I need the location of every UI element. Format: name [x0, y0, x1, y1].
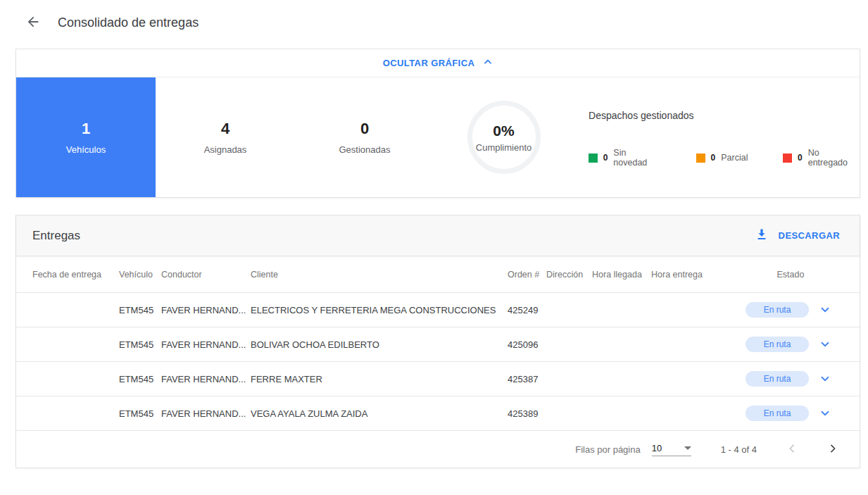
- legend-title: Despachos gestionados: [589, 110, 860, 121]
- cell-cliente: BOLIVAR OCHOA EDILBERTO: [251, 339, 508, 350]
- deliveries-panel: Entregas DESCARGAR Fecha de entregaVehíc…: [15, 215, 860, 468]
- expand-row-button[interactable]: [819, 372, 831, 385]
- column-header: Dirección: [546, 270, 592, 280]
- cell-vehiculo: ETM545: [119, 408, 161, 419]
- stats-row: 1 Vehículos 4 Asignadas 0 Gestionadas 0%…: [16, 77, 860, 197]
- rows-per-page-value: 10: [652, 443, 662, 453]
- cell-vehiculo: ETM545: [119, 374, 161, 384]
- legend-label: No entregado: [808, 148, 860, 168]
- dispatch-legend: Despachos gestionados 0 Sin novedad 0 Pa…: [573, 77, 860, 197]
- stat-label: Vehículos: [66, 144, 106, 155]
- stat-cards: 1 Vehículos 4 Asignadas 0 Gestionadas: [16, 77, 434, 197]
- stat-value: 4: [221, 120, 229, 138]
- expand-row-button[interactable]: [819, 303, 831, 316]
- stat-label: Asignadas: [204, 144, 247, 155]
- column-header: Conductor: [161, 270, 251, 280]
- stat-label: Gestionadas: [339, 144, 391, 155]
- download-label: DESCARGAR: [779, 230, 840, 241]
- cell-orden: 425096: [508, 339, 546, 350]
- column-header: Fecha de entrega: [16, 270, 119, 280]
- table-row: ETM545 FAVER HERNAND... ELECTRICOS Y FER…: [16, 293, 860, 327]
- legend-label: Parcial: [721, 153, 748, 163]
- stat-card[interactable]: 1 Vehículos: [16, 77, 156, 197]
- page-header: Consolidado de entregas: [0, 0, 868, 32]
- status-badge: En ruta: [746, 371, 809, 387]
- legend-item: 0 Sin novedad: [589, 148, 660, 168]
- download-button[interactable]: DESCARGAR: [755, 227, 840, 244]
- hide-chart-label: OCULTAR GRÁFICA: [383, 58, 474, 68]
- deliveries-header-bar: Entregas DESCARGAR: [16, 215, 860, 256]
- cell-conductor: FAVER HERNAND...: [161, 408, 251, 419]
- page-title: Consolidado de entregas: [58, 15, 199, 30]
- cell-cliente: VEGA AYALA ZULMA ZAIDA: [251, 408, 508, 419]
- status-badge: En ruta: [746, 406, 809, 421]
- chevron-left-icon: [786, 443, 798, 456]
- status-badge: En ruta: [746, 337, 809, 352]
- column-header: Hora llegada: [592, 270, 651, 280]
- stat-card[interactable]: 0 Gestionadas: [295, 77, 434, 197]
- stat-value: 1: [82, 120, 90, 138]
- cell-conductor: FAVER HERNAND...: [161, 374, 251, 384]
- legend-item: 0 No entregado: [783, 148, 860, 168]
- deliveries-title: Entregas: [32, 229, 80, 243]
- page-range-label: 1 - 4 of 4: [721, 444, 757, 455]
- column-header: Estado: [722, 270, 860, 280]
- legend-count: 0: [798, 153, 803, 163]
- column-header: Hora entrega: [651, 270, 722, 280]
- legend-swatch-icon: [783, 153, 792, 163]
- compliance-gauge-wrap: 0% Cumplimiento: [434, 77, 573, 197]
- column-header: Vehículo: [119, 270, 161, 280]
- back-button[interactable]: [25, 14, 41, 32]
- dropdown-caret-icon: [684, 446, 691, 450]
- chevron-up-icon: [483, 57, 493, 70]
- cell-conductor: FAVER HERNAND...: [161, 339, 251, 350]
- rows-per-page-label: Filas por página: [575, 444, 641, 455]
- column-header: Cliente: [251, 270, 508, 280]
- cell-vehiculo: ETM545: [119, 339, 161, 350]
- legend-count: 0: [711, 153, 716, 163]
- legend-label: Sin novedad: [613, 148, 660, 168]
- status-badge: En ruta: [746, 302, 809, 318]
- expand-row-button[interactable]: [819, 407, 831, 420]
- column-header: Orden #: [508, 270, 546, 280]
- compliance-label: Cumplimiento: [476, 142, 532, 153]
- legend-swatch-icon: [589, 153, 598, 163]
- compliance-value: 0%: [493, 123, 514, 139]
- expand-row-button[interactable]: [819, 338, 831, 351]
- rows-per-page-select[interactable]: 10: [652, 443, 691, 456]
- legend-count: 0: [603, 153, 608, 163]
- table-row: ETM545 FAVER HERNAND... BOLIVAR OCHOA ED…: [16, 327, 860, 362]
- stat-card[interactable]: 4 Asignadas: [156, 77, 295, 197]
- table-body: ETM545 FAVER HERNAND... ELECTRICOS Y FER…: [16, 293, 860, 431]
- cell-orden: 425249: [508, 305, 546, 315]
- legend-swatch-icon: [696, 153, 705, 163]
- cell-vehiculo: ETM545: [119, 305, 161, 315]
- legend-item: 0 Parcial: [696, 148, 748, 168]
- cell-conductor: FAVER HERNAND...: [161, 305, 251, 315]
- download-icon: [755, 227, 769, 244]
- previous-page-button[interactable]: [786, 443, 798, 456]
- cell-orden: 425387: [508, 374, 546, 384]
- cell-cliente: FERRE MAXTER: [251, 374, 508, 384]
- legend-items: 0 Sin novedad 0 Parcial 0 No entregado: [589, 148, 860, 168]
- pagination: Filas por página 10 1 - 4 of 4: [16, 431, 860, 468]
- next-page-button[interactable]: [827, 443, 838, 456]
- hide-chart-toggle[interactable]: OCULTAR GRÁFICA: [16, 49, 860, 77]
- summary-panel: OCULTAR GRÁFICA 1 Vehículos 4 Asignadas …: [15, 49, 860, 198]
- cell-cliente: ELECTRICOS Y FERRETERIA MEGA CONSTRUCCIO…: [251, 305, 508, 315]
- stat-value: 0: [360, 120, 369, 138]
- cell-orden: 425389: [508, 408, 546, 419]
- table-header-row: Fecha de entregaVehículoConductorCliente…: [16, 256, 860, 293]
- table-row: ETM545 FAVER HERNAND... FERRE MAXTER 425…: [16, 362, 860, 396]
- arrow-back-icon: [25, 14, 41, 32]
- compliance-gauge: 0% Cumplimiento: [467, 101, 541, 174]
- chevron-right-icon: [827, 443, 838, 456]
- table-row: ETM545 FAVER HERNAND... VEGA AYALA ZULMA…: [16, 396, 860, 431]
